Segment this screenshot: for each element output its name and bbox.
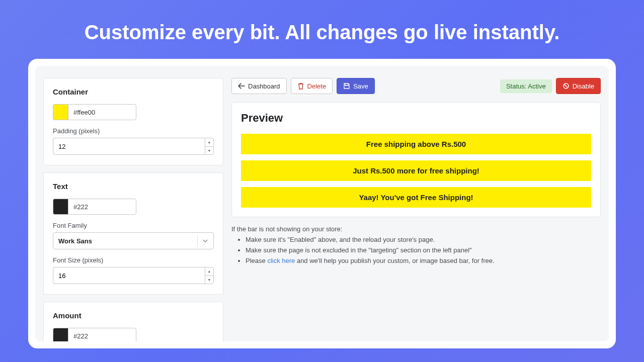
arrow-left-icon (238, 82, 245, 89)
container-title: Container (53, 87, 214, 96)
container-color-row (53, 104, 214, 120)
app-inner: Container Padding (pixels) ▲▼ Text Font … (35, 66, 609, 341)
preview-card: Preview Free shipping above Rs.500 Just … (231, 102, 601, 217)
help-item-3a: Please (246, 257, 267, 264)
amount-color-row (53, 328, 214, 341)
container-color-swatch[interactable] (53, 104, 68, 120)
spinner-down-icon[interactable]: ▼ (205, 147, 213, 155)
help-item-1: Make sure it's "Enabled" above, and the … (246, 236, 601, 243)
text-color-row (53, 199, 214, 215)
font-size-spinner[interactable]: ▲▼ (205, 267, 214, 284)
font-size-input[interactable] (53, 267, 205, 284)
font-family-value: Work Sans (58, 237, 92, 245)
help-item-2: Make sure the page is not excluded in th… (246, 246, 601, 254)
disable-icon (562, 82, 570, 89)
chevron-down-icon (197, 235, 208, 246)
amount-panel: Amount Free shipping target amount (43, 302, 223, 341)
trash-icon (297, 82, 304, 89)
spinner-down-icon[interactable]: ▼ (205, 276, 213, 284)
help-intro: If the bar is not showing on your store: (231, 225, 601, 233)
delete-label: Delete (307, 82, 327, 90)
help-item-3b: and we'll help you publish your custom, … (295, 257, 494, 264)
hero-title: Customize every bit. All changes go live… (0, 0, 644, 59)
preview-bar-2: Just Rs.500 more for free shipping! (241, 160, 591, 181)
font-family-label: Font Family (53, 222, 214, 229)
container-panel: Container Padding (pixels) ▲▼ (43, 78, 223, 165)
disable-label: Disable (573, 82, 594, 90)
main-area: Dashboard Delete Save Status: Active Dis… (231, 78, 601, 341)
amount-title: Amount (53, 311, 214, 320)
delete-button[interactable]: Delete (291, 78, 333, 94)
amount-color-swatch[interactable] (53, 328, 68, 341)
spinner-up-icon[interactable]: ▲ (205, 138, 213, 147)
help-text: If the bar is not showing on your store:… (231, 225, 601, 267)
padding-field: ▲▼ (53, 138, 214, 155)
dashboard-button[interactable]: Dashboard (231, 78, 287, 94)
status-badge: Status: Active (500, 79, 552, 93)
save-button[interactable]: Save (337, 78, 375, 94)
text-panel: Text Font Family Work Sans Font Size (pi… (43, 172, 223, 295)
preview-bar-1: Free shipping above Rs.500 (241, 134, 591, 154)
font-size-field: ▲▼ (53, 267, 214, 284)
padding-spinner[interactable]: ▲▼ (205, 138, 214, 155)
padding-input[interactable] (53, 138, 205, 155)
preview-bar-3: Yaay! You've got Free Shipping! (241, 187, 591, 208)
text-title: Text (53, 182, 214, 191)
sidebar: Container Padding (pixels) ▲▼ Text Font … (43, 78, 223, 341)
font-size-label: Font Size (pixels) (53, 256, 214, 264)
app-card: Container Padding (pixels) ▲▼ Text Font … (28, 59, 616, 348)
preview-title: Preview (241, 112, 591, 125)
amount-color-input[interactable] (68, 328, 136, 341)
spinner-up-icon[interactable]: ▲ (205, 267, 213, 276)
padding-label: Padding (pixels) (53, 127, 214, 135)
click-here-link[interactable]: click here (267, 257, 295, 264)
text-color-swatch[interactable] (53, 199, 68, 215)
text-color-input[interactable] (68, 199, 136, 215)
toolbar: Dashboard Delete Save Status: Active Dis… (231, 78, 601, 94)
font-family-select[interactable]: Work Sans (53, 232, 214, 249)
help-item-3: Please click here and we'll help you pub… (246, 257, 601, 264)
dashboard-label: Dashboard (248, 82, 280, 90)
container-color-input[interactable] (68, 104, 136, 120)
save-label: Save (353, 82, 368, 90)
disable-button[interactable]: Disable (556, 78, 601, 94)
save-icon (343, 82, 350, 89)
